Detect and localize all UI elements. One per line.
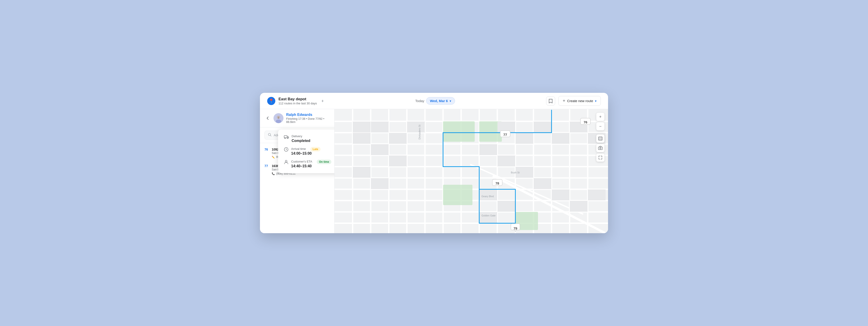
map-svg: Bush St Geary Blvd Golden Gate Divisader… xyxy=(335,109,608,233)
satellite-button[interactable] xyxy=(596,144,604,152)
driver-meta: Finishing 17:38 • Done 77/92 • 88.6km xyxy=(286,117,330,124)
delivery-icon xyxy=(284,135,289,140)
svg-rect-54 xyxy=(534,121,551,132)
svg-text:79: 79 xyxy=(514,226,518,230)
zoom-out-icon: − xyxy=(599,124,602,129)
phone-icon: 📞 xyxy=(272,172,275,175)
svg-rect-55 xyxy=(552,133,569,144)
svg-rect-45 xyxy=(371,121,389,132)
svg-point-5 xyxy=(279,117,279,117)
eta-row: Customer's ETA On time 14:40–15:40 xyxy=(284,160,335,168)
svg-rect-80 xyxy=(598,137,602,140)
arrival-label: Arrival time xyxy=(291,147,306,151)
svg-rect-7 xyxy=(284,136,287,138)
svg-rect-61 xyxy=(534,178,551,189)
late-badge: Late xyxy=(310,147,320,152)
create-route-label: Create new route xyxy=(567,99,593,103)
svg-rect-83 xyxy=(598,147,602,150)
depot-icon: 📍 xyxy=(267,97,275,105)
svg-text:Golden Gate: Golden Gate xyxy=(482,214,495,217)
eta-label-row: Customer's ETA On time xyxy=(291,160,331,164)
svg-point-2 xyxy=(276,119,281,123)
svg-rect-48 xyxy=(371,144,389,155)
zoom-out-button[interactable]: − xyxy=(596,122,604,130)
edit-icon: ✏️ xyxy=(272,156,275,159)
driver-name: Ralph Edwards xyxy=(286,113,330,117)
svg-rect-65 xyxy=(552,189,569,200)
depot-toggle[interactable] xyxy=(321,99,324,103)
popup-card: Delivery Completed xyxy=(278,130,335,173)
date-label: Today xyxy=(415,99,424,103)
svg-rect-47 xyxy=(407,121,425,132)
popup-overlay: Delivery Completed xyxy=(278,130,335,173)
svg-rect-46 xyxy=(389,133,407,144)
arrival-label-row: Arrival time Late xyxy=(291,147,320,152)
map-area[interactable]: Bush St Geary Blvd Golden Gate Divisader… xyxy=(335,109,608,233)
svg-text:Bush St: Bush St xyxy=(511,171,520,174)
date-picker[interactable]: Wed, Mar 6 ▾ xyxy=(426,97,455,105)
header: 📍 East Bay depot 112 routes in the last … xyxy=(260,93,608,109)
svg-text:78: 78 xyxy=(495,181,499,185)
depot-sub: 112 routes in the last 30 days xyxy=(278,102,317,105)
svg-rect-64 xyxy=(479,212,497,223)
svg-text:Divisadero St: Divisadero St xyxy=(418,125,421,139)
header-left: 📍 East Bay depot 112 routes in the last … xyxy=(267,97,324,105)
depot-info: East Bay depot 112 routes in the last 30… xyxy=(278,97,317,105)
svg-rect-50 xyxy=(353,167,370,178)
main-content: Ralph Edwards Finishing 17:38 • Done 77/… xyxy=(260,109,608,233)
svg-rect-44 xyxy=(353,133,370,144)
delivery-value: Completed xyxy=(291,139,310,143)
driver-section: Ralph Edwards Finishing 17:38 • Done 77/… xyxy=(260,109,334,128)
layers-button[interactable] xyxy=(596,134,604,143)
route-number: 77 xyxy=(265,164,269,168)
driver-info: Ralph Edwards Finishing 17:38 • Done 77/… xyxy=(286,113,330,124)
app-window: 📍 East Bay depot 112 routes in the last … xyxy=(260,93,608,233)
svg-text:Geary Blvd: Geary Blvd xyxy=(482,195,494,198)
map-controls: + − xyxy=(596,113,604,162)
eta-content: Customer's ETA On time 14:40–15:40 xyxy=(291,160,331,168)
clock-icon xyxy=(284,147,288,153)
delivery-row: Delivery Completed xyxy=(284,134,335,143)
header-right: + Create new route ▾ xyxy=(546,96,601,106)
svg-rect-67 xyxy=(588,189,606,200)
svg-rect-63 xyxy=(498,201,515,212)
back-button[interactable] xyxy=(265,115,271,121)
svg-text:76: 76 xyxy=(584,120,587,124)
eta-label: Customer's ETA xyxy=(291,160,312,163)
left-panel: Ralph Edwards Finishing 17:38 • Done 77/… xyxy=(260,109,335,233)
arrival-row: Arrival time Late 14:00–15:00 xyxy=(284,147,335,156)
person-icon xyxy=(284,160,288,165)
plus-icon: + xyxy=(563,98,565,104)
driver-avatar xyxy=(274,113,283,123)
search-icon xyxy=(268,133,272,137)
chevron-down-icon: ▾ xyxy=(595,99,596,103)
svg-text:77: 77 xyxy=(503,133,507,137)
svg-rect-59 xyxy=(498,156,515,166)
arrival-content: Arrival time Late 14:00–15:00 xyxy=(291,147,320,156)
svg-point-8 xyxy=(285,138,285,139)
svg-rect-43 xyxy=(353,121,370,132)
arrival-value: 14:00–15:00 xyxy=(291,152,320,156)
svg-rect-66 xyxy=(570,201,587,212)
svg-rect-58 xyxy=(479,144,497,155)
ontime-badge: On time xyxy=(317,160,331,164)
delivery-label: Delivery xyxy=(291,134,310,138)
route-number: 76 xyxy=(265,147,269,151)
svg-point-9 xyxy=(287,138,288,139)
zoom-in-button[interactable]: + xyxy=(596,113,604,121)
date-value: Wed, Mar 6 xyxy=(430,99,448,103)
create-route-button[interactable]: + Create new route ▾ xyxy=(558,96,601,106)
bookmark-button[interactable] xyxy=(546,97,555,106)
delivery-content: Delivery Completed xyxy=(291,134,310,143)
svg-rect-39 xyxy=(443,185,472,205)
svg-rect-51 xyxy=(371,178,389,189)
depot-name: East Bay depot xyxy=(278,97,317,102)
chevron-down-icon: ▾ xyxy=(450,99,451,103)
svg-rect-53 xyxy=(516,133,533,144)
svg-rect-49 xyxy=(389,156,407,166)
eta-value: 14:40–15:40 xyxy=(291,164,331,168)
svg-point-4 xyxy=(278,117,278,117)
expand-button[interactable] xyxy=(596,154,604,162)
svg-rect-37 xyxy=(443,121,475,142)
svg-point-84 xyxy=(600,147,601,149)
